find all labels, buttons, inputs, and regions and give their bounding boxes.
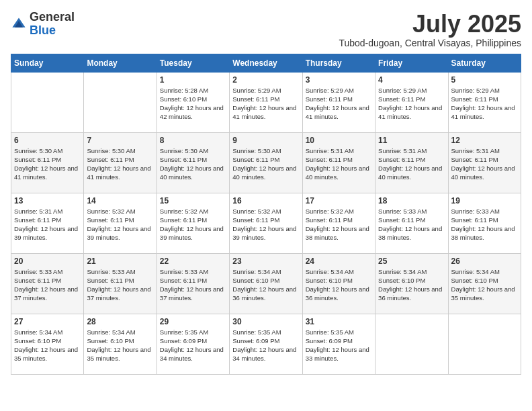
- day-number: 19: [451, 196, 518, 205]
- day-number: 1: [160, 75, 226, 85]
- table-row: 19Sunrise: 5:33 AMSunset: 6:11 PMDayligh…: [448, 193, 521, 253]
- day-number: 3: [306, 75, 372, 85]
- day-info: Sunrise: 5:34 AMSunset: 6:10 PMDaylight:…: [451, 267, 518, 303]
- day-number: 15: [160, 196, 226, 205]
- day-info: Sunrise: 5:30 AMSunset: 6:11 PMDaylight:…: [87, 146, 153, 182]
- day-number: 21: [87, 257, 153, 266]
- page-header: General Blue July 2025 Tubod-dugoan, Cen…: [11, 11, 521, 48]
- day-number: 30: [232, 317, 299, 326]
- day-number: 7: [87, 136, 153, 145]
- day-info: Sunrise: 5:29 AMSunset: 6:11 PMDaylight:…: [306, 86, 372, 122]
- day-info: Sunrise: 5:34 AMSunset: 6:10 PMDaylight:…: [14, 328, 81, 363]
- logo: General Blue: [11, 11, 75, 38]
- calendar-table: Sunday Monday Tuesday Wednesday Thursday…: [11, 54, 521, 375]
- day-number: 6: [14, 136, 81, 145]
- table-row: 1Sunrise: 5:28 AMSunset: 6:10 PMDaylight…: [157, 72, 229, 132]
- day-info: Sunrise: 5:33 AMSunset: 6:11 PMDaylight:…: [160, 267, 226, 303]
- day-info: Sunrise: 5:35 AMSunset: 6:09 PMDaylight:…: [306, 328, 372, 363]
- day-info: Sunrise: 5:33 AMSunset: 6:11 PMDaylight:…: [451, 207, 518, 242]
- day-number: 2: [232, 75, 299, 85]
- day-number: 4: [378, 75, 445, 85]
- day-info: Sunrise: 5:32 AMSunset: 6:11 PMDaylight:…: [160, 207, 226, 242]
- header-tuesday: Tuesday: [157, 54, 229, 72]
- table-row: 30Sunrise: 5:35 AMSunset: 6:09 PMDayligh…: [230, 314, 302, 374]
- day-info: Sunrise: 5:29 AMSunset: 6:11 PMDaylight:…: [378, 86, 445, 122]
- day-number: 31: [306, 317, 372, 326]
- table-row: 2Sunrise: 5:29 AMSunset: 6:11 PMDaylight…: [230, 72, 302, 132]
- day-info: Sunrise: 5:30 AMSunset: 6:11 PMDaylight:…: [160, 146, 226, 182]
- logo-general: General: [30, 11, 75, 24]
- header-wednesday: Wednesday: [230, 54, 302, 72]
- month-title: July 2025: [339, 11, 521, 38]
- table-row: 10Sunrise: 5:31 AMSunset: 6:11 PMDayligh…: [302, 132, 375, 193]
- day-number: 12: [451, 136, 518, 145]
- table-row: 18Sunrise: 5:33 AMSunset: 6:11 PMDayligh…: [375, 193, 448, 253]
- header-sunday: Sunday: [11, 54, 84, 72]
- day-number: 13: [14, 196, 81, 205]
- day-number: 27: [14, 317, 81, 326]
- day-number: 29: [160, 317, 226, 326]
- location-title: Tubod-dugoan, Central Visayas, Philippin…: [339, 38, 521, 48]
- table-row: 27Sunrise: 5:34 AMSunset: 6:10 PMDayligh…: [11, 314, 84, 374]
- table-row: 3Sunrise: 5:29 AMSunset: 6:11 PMDaylight…: [302, 72, 375, 132]
- day-number: 20: [14, 257, 81, 266]
- table-row: 6Sunrise: 5:30 AMSunset: 6:11 PMDaylight…: [11, 132, 84, 193]
- day-info: Sunrise: 5:35 AMSunset: 6:09 PMDaylight:…: [160, 328, 226, 363]
- day-number: 22: [160, 257, 226, 266]
- day-number: 26: [451, 257, 518, 266]
- day-info: Sunrise: 5:33 AMSunset: 6:11 PMDaylight:…: [14, 267, 81, 303]
- day-info: Sunrise: 5:31 AMSunset: 6:11 PMDaylight:…: [378, 146, 445, 182]
- day-info: Sunrise: 5:30 AMSunset: 6:11 PMDaylight:…: [14, 146, 81, 182]
- calendar-header: Sunday Monday Tuesday Wednesday Thursday…: [11, 54, 521, 72]
- header-saturday: Saturday: [448, 54, 521, 72]
- header-monday: Monday: [84, 54, 157, 72]
- table-row: 5Sunrise: 5:29 AMSunset: 6:11 PMDaylight…: [448, 72, 521, 132]
- table-row: 22Sunrise: 5:33 AMSunset: 6:11 PMDayligh…: [157, 253, 229, 314]
- table-row: 13Sunrise: 5:31 AMSunset: 6:11 PMDayligh…: [11, 193, 84, 253]
- table-row: [375, 314, 448, 374]
- day-number: 10: [306, 136, 372, 145]
- table-row: 12Sunrise: 5:31 AMSunset: 6:11 PMDayligh…: [448, 132, 521, 193]
- table-row: 28Sunrise: 5:34 AMSunset: 6:10 PMDayligh…: [84, 314, 157, 374]
- day-info: Sunrise: 5:29 AMSunset: 6:11 PMDaylight:…: [232, 86, 299, 122]
- table-row: 11Sunrise: 5:31 AMSunset: 6:11 PMDayligh…: [375, 132, 448, 193]
- day-number: 25: [378, 257, 445, 266]
- table-row: 24Sunrise: 5:34 AMSunset: 6:10 PMDayligh…: [302, 253, 375, 314]
- day-number: 18: [378, 196, 445, 205]
- day-info: Sunrise: 5:28 AMSunset: 6:10 PMDaylight:…: [160, 86, 226, 122]
- logo-icon: [11, 16, 27, 32]
- table-row: 14Sunrise: 5:32 AMSunset: 6:11 PMDayligh…: [84, 193, 157, 253]
- table-row: 4Sunrise: 5:29 AMSunset: 6:11 PMDaylight…: [375, 72, 448, 132]
- day-info: Sunrise: 5:32 AMSunset: 6:11 PMDaylight:…: [306, 207, 372, 242]
- day-info: Sunrise: 5:33 AMSunset: 6:11 PMDaylight:…: [87, 267, 153, 303]
- day-info: Sunrise: 5:32 AMSunset: 6:11 PMDaylight:…: [87, 207, 153, 242]
- header-thursday: Thursday: [302, 54, 375, 72]
- table-row: 26Sunrise: 5:34 AMSunset: 6:10 PMDayligh…: [448, 253, 521, 314]
- day-info: Sunrise: 5:31 AMSunset: 6:11 PMDaylight:…: [306, 146, 372, 182]
- day-info: Sunrise: 5:35 AMSunset: 6:09 PMDaylight:…: [232, 328, 299, 363]
- table-row: 7Sunrise: 5:30 AMSunset: 6:11 PMDaylight…: [84, 132, 157, 193]
- table-row: 9Sunrise: 5:30 AMSunset: 6:11 PMDaylight…: [230, 132, 302, 193]
- day-number: 24: [306, 257, 372, 266]
- table-row: [448, 314, 521, 374]
- day-info: Sunrise: 5:31 AMSunset: 6:11 PMDaylight:…: [14, 207, 81, 242]
- table-row: 31Sunrise: 5:35 AMSunset: 6:09 PMDayligh…: [302, 314, 375, 374]
- table-row: 8Sunrise: 5:30 AMSunset: 6:11 PMDaylight…: [157, 132, 229, 193]
- table-row: 23Sunrise: 5:34 AMSunset: 6:10 PMDayligh…: [230, 253, 302, 314]
- table-row: 21Sunrise: 5:33 AMSunset: 6:11 PMDayligh…: [84, 253, 157, 314]
- calendar-body: 1Sunrise: 5:28 AMSunset: 6:10 PMDaylight…: [11, 72, 521, 374]
- day-info: Sunrise: 5:33 AMSunset: 6:11 PMDaylight:…: [378, 207, 445, 242]
- header-friday: Friday: [375, 54, 448, 72]
- table-row: 17Sunrise: 5:32 AMSunset: 6:11 PMDayligh…: [302, 193, 375, 253]
- day-info: Sunrise: 5:29 AMSunset: 6:11 PMDaylight:…: [451, 86, 518, 122]
- table-row: 15Sunrise: 5:32 AMSunset: 6:11 PMDayligh…: [157, 193, 229, 253]
- day-number: 17: [306, 196, 372, 205]
- title-block: July 2025 Tubod-dugoan, Central Visayas,…: [339, 11, 521, 48]
- day-number: 16: [232, 196, 299, 205]
- table-row: 20Sunrise: 5:33 AMSunset: 6:11 PMDayligh…: [11, 253, 84, 314]
- day-number: 8: [160, 136, 226, 145]
- day-info: Sunrise: 5:32 AMSunset: 6:11 PMDaylight:…: [232, 207, 299, 242]
- table-row: [84, 72, 157, 132]
- day-info: Sunrise: 5:30 AMSunset: 6:11 PMDaylight:…: [232, 146, 299, 182]
- day-info: Sunrise: 5:34 AMSunset: 6:10 PMDaylight:…: [87, 328, 153, 363]
